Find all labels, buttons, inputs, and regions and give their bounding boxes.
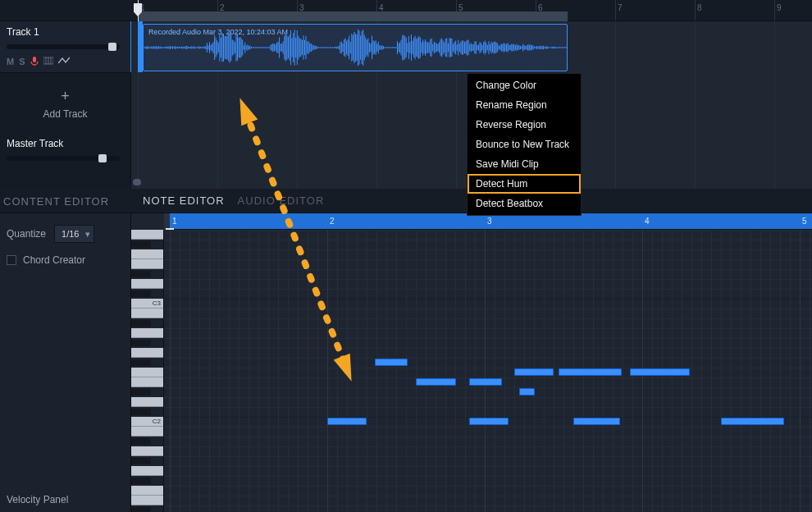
piano-keys[interactable]: C3C2: [131, 230, 164, 512]
plus-icon: +: [0, 88, 130, 105]
tracks-sidebar: Track 1 M S + Add Track Master Track: [0, 21, 131, 189]
menu-item-detect-hum[interactable]: Detect Hum: [468, 174, 581, 194]
ruler-tick-label: 8: [697, 3, 702, 12]
svg-rect-0: [33, 57, 36, 62]
quantize-select[interactable]: 1/16: [54, 225, 94, 243]
midi-input-icon[interactable]: [43, 56, 53, 67]
midi-note[interactable]: [375, 359, 408, 366]
menu-item-bounce-to-new-track[interactable]: Bounce to New Track: [468, 135, 581, 154]
master-track[interactable]: Master Track: [0, 131, 130, 167]
chord-creator-label: Chord Creator: [23, 254, 85, 266]
ruler-tick-label: 7: [618, 3, 623, 12]
automation-icon[interactable]: [58, 56, 70, 67]
track-volume-slider[interactable]: [7, 44, 120, 49]
track-volume-knob[interactable]: [108, 43, 116, 51]
solo-button[interactable]: S: [19, 57, 25, 66]
menu-item-reverse-region[interactable]: Reverse Region: [468, 115, 581, 135]
audio-region[interactable]: Recorded Audio Mar 3, 2022, 10:24:03 AM: [143, 24, 568, 71]
timeline-selection[interactable]: [138, 11, 568, 21]
add-track-button[interactable]: + Add Track: [0, 73, 130, 131]
quantize-label: Quantize: [7, 228, 46, 240]
waveform-icon: [144, 25, 567, 71]
ne-ruler-tick-label: 3: [487, 217, 492, 226]
hscroll-thumb[interactable]: [133, 179, 141, 185]
menu-item-rename-region[interactable]: Rename Region: [468, 95, 581, 115]
tab-note-editor[interactable]: NOTE EDITOR: [143, 194, 225, 207]
midi-note[interactable]: [630, 368, 690, 376]
tab-audio-editor[interactable]: AUDIO EDITOR: [238, 194, 325, 207]
midi-note[interactable]: [721, 418, 784, 425]
ne-ruler-tick-label: 5: [802, 217, 807, 226]
ruler-tick-label: 9: [777, 3, 782, 12]
master-volume-knob[interactable]: [98, 154, 107, 162]
content-editor-title: CONTENT EDITOR: [0, 189, 131, 213]
midi-note[interactable]: [416, 378, 457, 386]
piano-octave-label: C2: [153, 418, 161, 425]
midi-note[interactable]: [514, 368, 554, 376]
piano-octave-label: C3: [153, 299, 161, 307]
menu-item-detect-beatbox[interactable]: Detect Beatbox: [468, 194, 581, 213]
menu-item-save-midi-clip[interactable]: Save Midi Clip: [468, 154, 581, 174]
region-context-menu: Change ColorRename RegionReverse RegionB…: [467, 73, 582, 216]
midi-note[interactable]: [573, 418, 621, 425]
ne-ruler-tick-label: 2: [330, 217, 335, 226]
track-header[interactable]: Track 1 M S: [0, 21, 130, 73]
ne-ruler-tick-label: 4: [645, 217, 650, 226]
master-volume-slider[interactable]: [7, 156, 120, 161]
ne-ruler-tick-label: 1: [172, 217, 177, 226]
midi-note[interactable]: [469, 418, 509, 425]
midi-note[interactable]: [559, 368, 622, 376]
note-editor-ruler[interactable]: 12345: [164, 213, 812, 230]
note-editor[interactable]: 12345 C3C2: [131, 213, 812, 512]
menu-item-change-color[interactable]: Change Color: [468, 75, 581, 95]
midi-note[interactable]: [519, 388, 535, 395]
add-track-label: Add Track: [43, 108, 87, 120]
midi-note[interactable]: [327, 418, 367, 425]
checkbox-icon: [7, 255, 16, 265]
piano-roll-grid[interactable]: [164, 230, 812, 512]
note-editor-ruler-pre: [164, 213, 170, 230]
chord-creator-checkbox[interactable]: Chord Creator: [7, 254, 124, 266]
record-arm-icon[interactable]: [30, 56, 39, 67]
velocity-panel-button[interactable]: Velocity Panel: [7, 494, 68, 505]
mute-button[interactable]: M: [7, 57, 14, 66]
content-editor-controls: Quantize 1/16 Chord Creator Velocity Pan…: [0, 213, 131, 512]
track-name[interactable]: Track 1: [7, 26, 124, 38]
master-track-name: Master Track: [7, 138, 124, 149]
midi-note[interactable]: [469, 378, 502, 386]
